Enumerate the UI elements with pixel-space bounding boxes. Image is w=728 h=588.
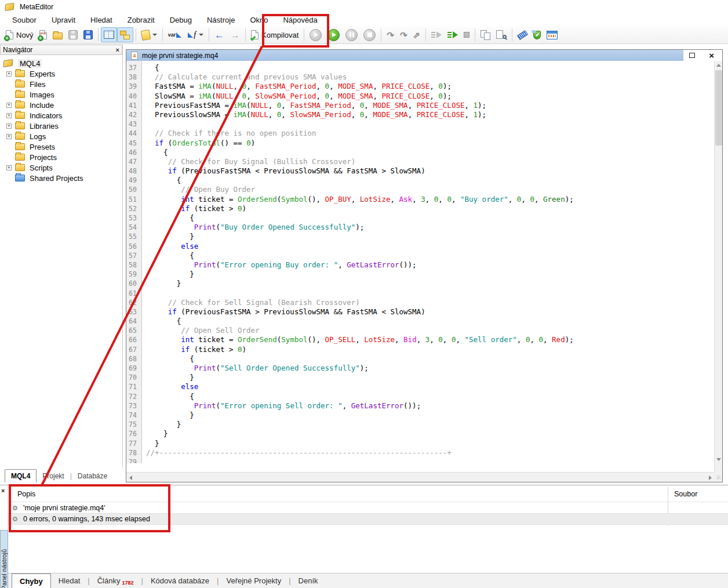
- cloud-protect-button[interactable]: [530, 27, 544, 42]
- continue-button[interactable]: [428, 27, 445, 42]
- navigator-title: Navigátor: [3, 46, 32, 54]
- debug-stop-button[interactable]: [361, 27, 378, 42]
- compile-button[interactable]: Kompilovat: [248, 27, 301, 42]
- toolbox-side-tab[interactable]: Panel nástrojů: [0, 530, 8, 588]
- expand-icon[interactable]: +: [6, 165, 12, 170]
- debug-pause-button[interactable]: [343, 27, 361, 42]
- var-label: var: [168, 32, 176, 38]
- new-source-button[interactable]: [139, 27, 160, 42]
- tree-item-libraries[interactable]: +Libraries: [0, 121, 122, 131]
- var-watch-icon: [176, 32, 182, 38]
- watch-function-button[interactable]: f: [185, 27, 206, 42]
- open-button[interactable]: [50, 27, 65, 42]
- code-line-68: 68 {: [126, 354, 714, 364]
- close-icon[interactable]: ×: [709, 51, 714, 60]
- bottom-tab-clanky[interactable]: Články1782: [90, 574, 141, 588]
- bottom-tab-hledat[interactable]: Hledat: [51, 574, 88, 588]
- scroll-right-icon[interactable]: [706, 473, 714, 482]
- code-line-74: 74 }: [126, 411, 714, 420]
- scroll-down-icon[interactable]: [715, 455, 723, 463]
- navigate-back-button[interactable]: ←: [212, 27, 227, 42]
- horizontal-scrollbar[interactable]: [126, 472, 714, 482]
- code-editor[interactable]: 37 {38 // Calculate current and previous…: [126, 61, 714, 463]
- bottom-tab-denik[interactable]: Deník: [291, 574, 326, 588]
- new-file-label: Nový: [16, 31, 34, 39]
- debug-restart-button[interactable]: [307, 27, 325, 42]
- step-into-button[interactable]: ↷: [384, 27, 397, 42]
- line-number: 67: [126, 345, 142, 354]
- expand-icon[interactable]: +: [6, 103, 12, 108]
- line-number: 45: [126, 139, 142, 148]
- tree-item-projects[interactable]: Projects: [0, 152, 122, 162]
- column-header-soubor[interactable]: Soubor: [674, 490, 697, 498]
- navigator-close-icon[interactable]: ×: [116, 47, 119, 53]
- styler-button[interactable]: [515, 27, 530, 42]
- expand-icon[interactable]: +: [6, 71, 12, 77]
- search-in-files-button[interactable]: [493, 27, 509, 42]
- step-over-button[interactable]: ↷: [397, 27, 410, 42]
- new-file-button[interactable]: + Nový: [3, 27, 37, 42]
- menu-hledat[interactable]: Hledat: [83, 14, 120, 26]
- column-header-popis[interactable]: Popis: [17, 490, 35, 498]
- menu-okno[interactable]: Okno: [242, 14, 275, 26]
- compile-icon: [251, 30, 259, 39]
- line-number: 66: [126, 335, 142, 344]
- navigator-tab-mql4[interactable]: MQL4: [5, 469, 37, 482]
- navigate-forward-button[interactable]: →: [227, 27, 243, 42]
- menu-napoveda[interactable]: Nápověda: [275, 14, 325, 26]
- toggle-file-tree-button[interactable]: [117, 27, 133, 42]
- vertical-scroll-thumb[interactable]: [715, 70, 722, 146]
- toolbox-side-tab-label: Panel nástrojů: [1, 549, 8, 588]
- restore-icon[interactable]: [689, 53, 695, 58]
- tree-item-experts[interactable]: +Experts: [0, 68, 122, 79]
- tree-item-files[interactable]: Files: [0, 79, 122, 89]
- continue-to-cursor-button[interactable]: [445, 27, 461, 42]
- scroll-left-icon[interactable]: [126, 473, 134, 482]
- resize-grip[interactable]: [714, 472, 722, 482]
- bottom-tab-verejneprojekty[interactable]: Veřejné Projekty: [219, 574, 289, 588]
- code-line-65: 65 // Open Sell Order: [126, 326, 714, 335]
- halt-button[interactable]: [461, 27, 472, 42]
- toggle-navigator-button[interactable]: [101, 27, 117, 42]
- watch-var-button[interactable]: var: [165, 27, 185, 42]
- save-button[interactable]: [65, 27, 81, 42]
- menu-zobrazit[interactable]: Zobrazit: [120, 14, 162, 26]
- output-row[interactable]: 0 errors, 0 warnings, 143 msec elapsed: [8, 513, 728, 525]
- debug-start-button[interactable]: [325, 27, 343, 42]
- editor-tab[interactable]: 4 moje prvni strategie.mq4: [126, 50, 683, 61]
- output-row[interactable]: 'moje prvni strategie.mq4': [8, 502, 728, 513]
- scroll-up-icon[interactable]: [715, 61, 723, 69]
- tree-item-images[interactable]: Images: [0, 89, 122, 100]
- tree-item-presets[interactable]: Presets: [0, 141, 122, 152]
- tree-item-label: Presets: [30, 143, 55, 151]
- output-close-icon[interactable]: ×: [1, 488, 5, 494]
- navigator-tab-databaze[interactable]: Databáze: [72, 470, 113, 482]
- code-line-70: 70 }: [126, 373, 714, 382]
- line-number: 62: [126, 298, 142, 307]
- navigator-tab-projekt[interactable]: Projekt: [37, 470, 70, 482]
- output-row-text: 'moje prvni strategie.mq4': [23, 504, 105, 512]
- tree-root-mql4[interactable]: MQL4: [0, 58, 122, 68]
- tree-item-indicators[interactable]: +Indicators: [0, 110, 122, 121]
- menu-nastroje[interactable]: Nástroje: [199, 14, 242, 26]
- expand-icon[interactable]: +: [6, 134, 12, 139]
- bottom-tab-chyby[interactable]: Chyby: [12, 574, 51, 588]
- tree-item-scripts[interactable]: +Scripts: [0, 162, 122, 173]
- open-terminal-button[interactable]: [544, 27, 560, 42]
- bottom-tab-kodovadatabaze[interactable]: Kódová databáze: [143, 574, 217, 588]
- output-row-text: 0 errors, 0 warnings, 143 msec elapsed: [23, 515, 150, 523]
- menu-upravit[interactable]: Upravit: [44, 14, 83, 26]
- expand-icon[interactable]: +: [6, 124, 12, 129]
- tree-item-include[interactable]: +Include: [0, 100, 122, 110]
- step-out-button[interactable]: ⇗: [410, 27, 424, 42]
- profiler-button[interactable]: [478, 27, 493, 42]
- folder-icon: [15, 143, 25, 150]
- tree-item-shared-projects[interactable]: Shared Projects: [0, 173, 122, 183]
- vertical-scrollbar[interactable]: [714, 61, 722, 473]
- menu-soubor[interactable]: Soubor: [5, 14, 44, 26]
- tree-item-logs[interactable]: +Logs: [0, 131, 122, 141]
- menu-debug[interactable]: Debug: [162, 14, 199, 26]
- expand-icon[interactable]: +: [6, 113, 12, 118]
- save-all-button[interactable]: [81, 27, 96, 42]
- new-project-button[interactable]: proj+: [37, 27, 50, 42]
